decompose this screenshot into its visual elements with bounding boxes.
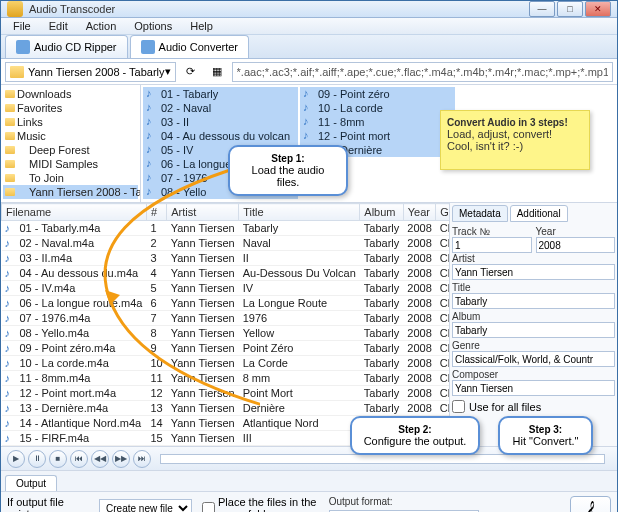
titlebar[interactable]: Audio Transcoder — □ ✕ (1, 1, 617, 18)
pause-button[interactable]: ⏸ (28, 450, 46, 468)
sticky-note: Convert Audio in 3 steps! Load, adjust, … (440, 110, 590, 170)
cd-icon (16, 40, 30, 54)
tree-item[interactable]: Favorites (3, 101, 138, 115)
artist-input[interactable] (452, 264, 615, 280)
title-input[interactable] (452, 293, 615, 309)
extension-filter[interactable] (232, 62, 613, 82)
table-row[interactable]: 01 - Tabarly.m4a1Yann TiersenTabarlyTaba… (2, 221, 450, 236)
chevron-down-icon: ▾ (165, 65, 171, 78)
column-header[interactable]: Artist (167, 204, 239, 221)
refresh-button[interactable]: ⟳ (180, 61, 202, 83)
stop-button[interactable]: ■ (49, 450, 67, 468)
column-header[interactable]: Genre (436, 204, 449, 221)
tree-item[interactable]: Downloads (3, 87, 138, 101)
maximize-button[interactable]: □ (557, 1, 583, 17)
track-grid[interactable]: Filename#ArtistTitleAlbumYearGenreCompos… (1, 203, 449, 446)
app-icon (7, 1, 23, 17)
table-row[interactable]: 11 - 8mm.m4a11Yann Tiersen8 mmTabarly200… (2, 371, 450, 386)
menu-action[interactable]: Action (78, 18, 125, 34)
track-no-input[interactable] (452, 237, 532, 253)
exists-select[interactable]: Create new file (99, 499, 192, 512)
column-header[interactable]: Title (239, 204, 360, 221)
column-header[interactable]: Year (403, 204, 435, 221)
table-row[interactable]: 07 - 1976.m4a7Yann Tiersen1976Tabarly200… (2, 311, 450, 326)
genre-input[interactable] (452, 351, 615, 367)
folder-tree[interactable]: Downloads Favorites Links Music Deep For… (1, 85, 141, 202)
tree-item[interactable]: To Join (3, 171, 138, 185)
table-row[interactable]: 06 - La longue route.m4a6Yann TiersenLa … (2, 296, 450, 311)
menu-edit[interactable]: Edit (41, 18, 76, 34)
file-item[interactable]: 12 - Point mort (300, 129, 455, 143)
menu-options[interactable]: Options (126, 18, 180, 34)
table-row[interactable]: 08 - Yello.m4a8Yann TiersenYellowTabarly… (2, 326, 450, 341)
table-row[interactable]: 12 - Point mort.m4a12Yann TiersenPoint M… (2, 386, 450, 401)
meta-tab-additional[interactable]: Additional (510, 205, 568, 222)
treble-clef-icon: 𝄞 (585, 501, 597, 512)
tree-item-selected[interactable]: Yann Tiersen 2008 - Tabarly (3, 185, 138, 199)
convert-button[interactable]: 𝄞Convert (570, 496, 611, 512)
table-row[interactable]: 09 - Point zéro.m4a9Yann TiersenPoint Zé… (2, 341, 450, 356)
metadata-panel: Metadata Additional Track № Year Artist … (449, 203, 617, 446)
minimize-button[interactable]: — (529, 1, 555, 17)
tree-item[interactable]: MIDI Samples (3, 157, 138, 171)
converter-icon (141, 40, 155, 54)
folder-icon (10, 66, 24, 78)
callout-step2: Step 2:Configure the output. (350, 416, 480, 455)
tab-cd-ripper[interactable]: Audio CD Ripper (5, 35, 128, 58)
view-button[interactable]: ▦ (206, 61, 228, 83)
menu-help[interactable]: Help (182, 18, 221, 34)
output-panel: If output file exists:Create new file Ou… (1, 491, 617, 512)
tree-item[interactable]: Music (3, 129, 138, 143)
file-item[interactable]: 09 - Point zéro (300, 87, 455, 101)
callout-step3: Step 3:Hit "Convert." (498, 416, 593, 455)
rewind-button[interactable]: ◀◀ (91, 450, 109, 468)
file-item[interactable]: 11 - 8mm (300, 115, 455, 129)
prev-button[interactable]: ⏮ (70, 450, 88, 468)
tab-audio-converter[interactable]: Audio Converter (130, 35, 250, 58)
same-folder-checkbox[interactable]: Place the files in the same folder (202, 496, 319, 512)
menu-file[interactable]: File (5, 18, 39, 34)
table-row[interactable]: 10 - La corde.m4a10Yann TiersenLa CordeT… (2, 356, 450, 371)
meta-tab-metadata[interactable]: Metadata (452, 205, 508, 222)
table-row[interactable]: 05 - IV.m4a5Yann TiersenIVTabarly2008Cla… (2, 281, 450, 296)
menubar: File Edit Action Options Help (1, 18, 617, 35)
use-all-checkbox[interactable]: Use for all files (452, 400, 615, 413)
toolbar: Yann Tiersen 2008 - Tabarly ▾ ⟳ ▦ (1, 59, 617, 85)
window-title: Audio Transcoder (29, 3, 529, 15)
file-item[interactable]: 01 - Tabarly (143, 87, 298, 101)
album-input[interactable] (452, 322, 615, 338)
table-row[interactable]: 13 - Dernière.m4a13Yann TiersenDernièreT… (2, 401, 450, 416)
table-row[interactable]: 03 - II.m4a3Yann TiersenIITabarly2008Cla… (2, 251, 450, 266)
column-header[interactable]: Filename (2, 204, 147, 221)
year-input[interactable] (536, 237, 616, 253)
close-button[interactable]: ✕ (585, 1, 611, 17)
progress-bar[interactable] (160, 454, 605, 464)
file-item[interactable]: 02 - Naval (143, 101, 298, 115)
forward-button[interactable]: ▶▶ (112, 450, 130, 468)
tree-item[interactable]: Deep Forest (3, 143, 138, 157)
output-tab[interactable]: Output (5, 475, 57, 491)
next-button[interactable]: ⏭ (133, 450, 151, 468)
composer-input[interactable] (452, 380, 615, 396)
table-row[interactable]: 04 - Au dessous du.m4a4Yann TiersenAu-De… (2, 266, 450, 281)
file-item[interactable]: 04 - Au dessous du volcan (143, 129, 298, 143)
callout-step1: Step 1:Load the audio files. (228, 145, 348, 196)
file-item[interactable]: 03 - II (143, 115, 298, 129)
folder-dropdown[interactable]: Yann Tiersen 2008 - Tabarly ▾ (5, 62, 176, 82)
file-item[interactable]: 10 - La corde (300, 101, 455, 115)
column-header[interactable]: # (146, 204, 166, 221)
play-button[interactable]: ▶ (7, 450, 25, 468)
main-tabs: Audio CD Ripper Audio Converter (1, 35, 617, 59)
tree-item[interactable]: Links (3, 115, 138, 129)
column-header[interactable]: Album (360, 204, 403, 221)
tree-item[interactable]: My Documents (3, 199, 138, 202)
table-row[interactable]: 02 - Naval.m4a2Yann TiersenNavalTabarly2… (2, 236, 450, 251)
